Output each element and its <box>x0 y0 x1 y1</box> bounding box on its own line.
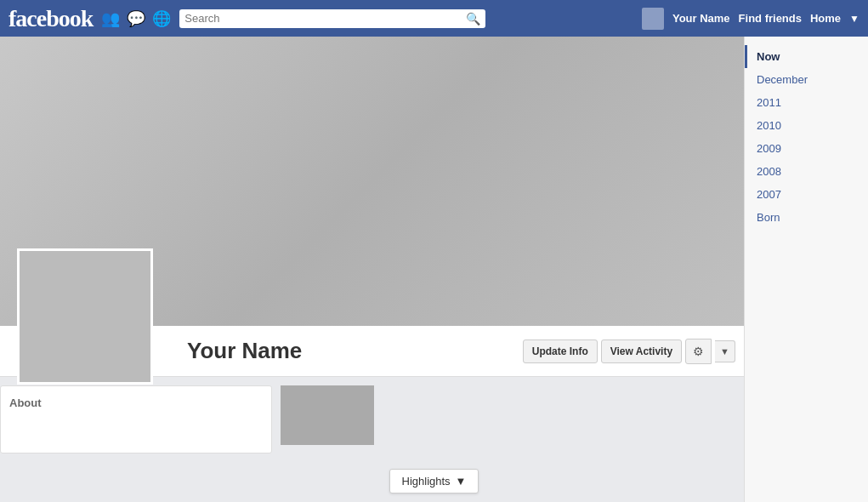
nav-right: Your Name Find friends Home ▼ <box>642 8 859 30</box>
timeline-item-2008[interactable]: 2008 <box>745 160 868 183</box>
nav-icons: 👥 💬 🌐 <box>101 9 171 28</box>
timeline-item-2010[interactable]: 2010 <box>745 114 868 137</box>
timeline-item-now[interactable]: Now <box>745 45 868 68</box>
content-area: About <box>0 385 744 454</box>
profile-name: Your Name <box>187 338 523 364</box>
photo-placeholder <box>281 385 374 445</box>
gear-dropdown-button[interactable]: ▼ <box>715 340 735 362</box>
timeline-item-born[interactable]: Born <box>745 206 868 229</box>
profile-picture[interactable] <box>17 248 153 385</box>
profile-actions: Update Info View Activity ⚙ ▼ <box>523 339 735 364</box>
search-bar: 🔍 <box>179 9 485 28</box>
highlights-bar: Highlights ▼ <box>0 460 868 502</box>
profile-area: Your Name Update Info View Activity ⚙ ▼ … <box>0 37 744 502</box>
timeline-item-2007[interactable]: 2007 <box>745 183 868 206</box>
update-info-button[interactable]: Update Info <box>523 339 598 363</box>
profile-info-bar: Your Name Update Info View Activity ⚙ ▼ <box>0 326 744 377</box>
right-column <box>281 385 744 454</box>
timeline-sidebar: Now December 2011 2010 2009 2008 2007 Bo… <box>744 37 868 502</box>
highlights-label: Highlights <box>402 475 451 488</box>
timeline-item-2009[interactable]: 2009 <box>745 137 868 160</box>
search-button[interactable]: 🔍 <box>466 12 480 26</box>
highlights-dropdown-icon: ▼ <box>456 475 467 488</box>
nav-dropdown-icon[interactable]: ▼ <box>849 13 859 25</box>
gear-button[interactable]: ⚙ <box>685 339 712 364</box>
friends-icon[interactable]: 👥 <box>101 9 120 28</box>
notifications-icon[interactable]: 🌐 <box>152 9 171 28</box>
about-label: About <box>9 396 42 409</box>
search-input[interactable] <box>184 12 466 25</box>
navbar: facebook 👥 💬 🌐 🔍 Your Name Find friends … <box>0 0 868 37</box>
view-activity-button[interactable]: View Activity <box>601 339 682 363</box>
left-column: About <box>0 385 272 454</box>
timeline-item-december[interactable]: December <box>745 68 868 91</box>
home-link[interactable]: Home <box>810 12 841 25</box>
about-box: About <box>0 385 272 454</box>
nav-avatar <box>642 8 664 30</box>
facebook-logo: facebook <box>9 5 93 32</box>
nav-username[interactable]: Your Name <box>672 12 730 25</box>
timeline-item-2011[interactable]: 2011 <box>745 91 868 114</box>
find-friends-link[interactable]: Find friends <box>739 12 802 25</box>
main-container: Your Name Update Info View Activity ⚙ ▼ … <box>0 37 868 502</box>
highlights-button[interactable]: Highlights ▼ <box>389 469 479 493</box>
messages-icon[interactable]: 💬 <box>127 9 145 28</box>
